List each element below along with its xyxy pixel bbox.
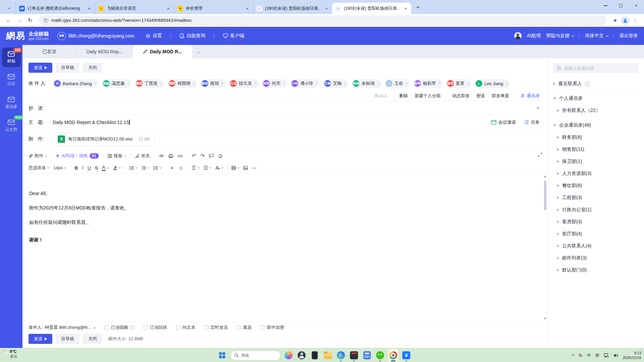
tray-expand-icon[interactable] bbox=[572, 354, 575, 358]
recipient-action-link[interactable]: 群发单显 bbox=[492, 93, 509, 99]
redo-button[interactable]: ↷ bbox=[200, 153, 205, 159]
meeting-invite-button[interactable]: 会议邀请 bbox=[491, 119, 516, 125]
sender-select[interactable]: 发件人: 钟晨晨 lilith.zhong@hi... ▲ bbox=[29, 324, 96, 330]
undo-button[interactable]: ↶ bbox=[192, 153, 196, 159]
tree-arrow-icon[interactable] bbox=[557, 184, 559, 187]
language-menu[interactable]: 简体中文 bbox=[585, 33, 608, 39]
recipient-chip[interactable]: 姜君 姜君 bbox=[446, 79, 471, 88]
recipient-chip[interactable]: 秋湖 余秋湖 bbox=[352, 79, 381, 88]
ai-write-button[interactable]: AI写信润色 R1 bbox=[56, 153, 99, 159]
forward-button[interactable]: → bbox=[15, 16, 24, 25]
attach-file-button[interactable]: 附件 bbox=[29, 153, 47, 159]
rail-item[interactable]: 190 邮箱 bbox=[2, 48, 21, 67]
network-icon[interactable] bbox=[604, 353, 609, 358]
close-button[interactable]: 关闭 bbox=[83, 63, 102, 73]
window-maximize-button[interactable] bbox=[613, 0, 629, 11]
ai-polish-button[interactable]: 润色 bbox=[79, 153, 88, 159]
template-button[interactable]: 模板 bbox=[108, 153, 126, 159]
recipient-chip[interactable]: L Lee Jiang bbox=[474, 79, 510, 88]
insert-image-button[interactable] bbox=[243, 166, 248, 170]
send-option-checkbox[interactable]: 已读提醒 bbox=[105, 324, 135, 330]
contact-group-row[interactable]: 最近联系人 bbox=[553, 78, 638, 90]
tree-arrow-icon[interactable] bbox=[557, 196, 559, 199]
bold-button[interactable]: B bbox=[74, 165, 78, 171]
contact-group-row[interactable]: 前厅部(4) bbox=[553, 228, 638, 240]
checkbox[interactable] bbox=[176, 325, 180, 330]
checkbox[interactable] bbox=[204, 325, 209, 330]
close-cc-icon[interactable]: × bbox=[536, 105, 540, 111]
rail-item[interactable]: Beta 云文档 bbox=[2, 116, 21, 135]
alipay-button[interactable]: ¥ bbox=[401, 349, 411, 362]
horizontal-rule-button[interactable]: — bbox=[252, 165, 256, 170]
send-button-bottom[interactable]: 发送 bbox=[29, 334, 52, 344]
attachment-card[interactable]: X 每日值班经理记录MOD12.08.xlsx 12.3M bbox=[53, 132, 155, 146]
tree-arrow-icon[interactable] bbox=[557, 233, 559, 235]
rail-item[interactable]: 日历 bbox=[2, 70, 21, 90]
cc-row[interactable]: 抄 送: × bbox=[22, 101, 548, 115]
tab-close-icon[interactable] bbox=[324, 6, 329, 11]
contact-group-row[interactable]: 公共联系人(4) bbox=[553, 240, 638, 252]
voice-assistant-button[interactable] bbox=[297, 349, 307, 362]
recipient-chip[interactable]: 陈琰 陈琰 bbox=[200, 79, 226, 88]
text-style-button[interactable] bbox=[215, 166, 223, 170]
browser-tab[interactable]: V 飞猪酒店登录页 bbox=[95, 3, 174, 14]
contact-group-row[interactable]: 行政办公室(1) bbox=[553, 204, 638, 216]
contact-group-row[interactable]: 企业通讯录(49) bbox=[553, 119, 638, 131]
send-option-checkbox[interactable]: 纯文本 bbox=[176, 324, 196, 330]
highlight-color-button[interactable] bbox=[113, 166, 121, 170]
tree-arrow-icon[interactable] bbox=[557, 269, 559, 272]
font-family-select[interactable]: 思源黑体 bbox=[29, 165, 49, 171]
emoji-button[interactable]: ☺ bbox=[178, 165, 183, 171]
recipient-action-link[interactable]: 删除 bbox=[399, 93, 408, 99]
indent-button[interactable] bbox=[204, 166, 211, 170]
line-height-button[interactable] bbox=[153, 166, 161, 170]
scroll-up-icon[interactable] bbox=[544, 175, 546, 177]
scrollbar-thumb[interactable] bbox=[544, 181, 546, 210]
recipients-row[interactable]: 收 件 人: B Barbara Zhang 思淼 蒲思淼 bbox=[22, 76, 548, 90]
account-menu[interactable]: 晨晨 lilith.zhong@hihiexguiyang.com bbox=[57, 32, 134, 40]
contact-group-row[interactable]: 个人通讯录 bbox=[553, 93, 638, 105]
tree-arrow-icon[interactable] bbox=[553, 82, 555, 85]
recipient-action-link[interactable]: 动态群发 bbox=[452, 93, 470, 99]
mail-tab[interactable]: Daily MOD Rep... bbox=[76, 45, 133, 58]
recipient-chip[interactable]: 何亮 何亮 bbox=[262, 79, 287, 88]
font-color-button[interactable]: A bbox=[102, 165, 108, 171]
clear-format-icon[interactable] bbox=[218, 154, 223, 158]
recipient-chip[interactable]: B Barbara Zhang bbox=[53, 79, 99, 88]
contact-group-row[interactable]: 财务部(8) bbox=[553, 131, 638, 143]
font-size-select[interactable]: 14px bbox=[53, 165, 66, 170]
insert-link-button[interactable] bbox=[170, 166, 174, 170]
save-draft-button-bottom[interactable]: 存草稿 bbox=[56, 334, 79, 344]
send-option-checkbox[interactable]: 已读回执 bbox=[144, 324, 167, 330]
editor-scrollbar[interactable] bbox=[543, 175, 547, 320]
url-field[interactable]: mailh.qiye.163.com/static/sirius-web/?ve… bbox=[39, 15, 606, 25]
copilot-button[interactable] bbox=[283, 349, 293, 362]
send-button[interactable]: 发送 bbox=[29, 63, 52, 73]
preview-icon[interactable] bbox=[159, 154, 164, 158]
send-option-checkbox[interactable]: 紧急 bbox=[237, 324, 252, 330]
checkbox[interactable] bbox=[237, 325, 241, 330]
ai-assistant-button[interactable]: AI助理 bbox=[527, 33, 541, 39]
tree-arrow-icon[interactable] bbox=[557, 136, 559, 139]
tab-close-icon[interactable] bbox=[165, 6, 171, 11]
recipient-chip[interactable]: 慧英 丁慧英 bbox=[135, 79, 164, 88]
task-button[interactable]: 任务 bbox=[524, 119, 540, 125]
rail-item[interactable]: 通讯录 bbox=[2, 93, 21, 113]
tab-close-icon[interactable] bbox=[403, 6, 409, 11]
bullet-list-button[interactable] bbox=[129, 166, 137, 170]
tab-close-icon[interactable] bbox=[245, 6, 250, 11]
browser-tab[interactable]: eB 订单点评·携程酒店eBooking bbox=[15, 3, 95, 14]
recipient-chip[interactable]: 小玲 潘小玲 bbox=[290, 79, 320, 88]
numbered-list-button[interactable] bbox=[141, 166, 149, 170]
contact-group-row[interactable]: 保卫部(1) bbox=[553, 156, 638, 168]
align-button[interactable] bbox=[192, 166, 200, 170]
tab-search-chevron[interactable] bbox=[4, 2, 14, 12]
ime-mode[interactable]: 拼 bbox=[595, 353, 599, 358]
contact-group-row[interactable]: 人力资源部(3) bbox=[553, 168, 638, 180]
new-tab-button[interactable]: + bbox=[413, 3, 423, 12]
weather-widget[interactable]: 9°C 多云 bbox=[3, 349, 17, 359]
taskbar-clock[interactable]: 9:13 2025/12/16 bbox=[623, 351, 641, 360]
window-close-button[interactable]: × bbox=[629, 0, 644, 11]
print-icon[interactable] bbox=[168, 154, 173, 158]
contact-group-row[interactable]: 餐饮部(8) bbox=[553, 180, 638, 192]
